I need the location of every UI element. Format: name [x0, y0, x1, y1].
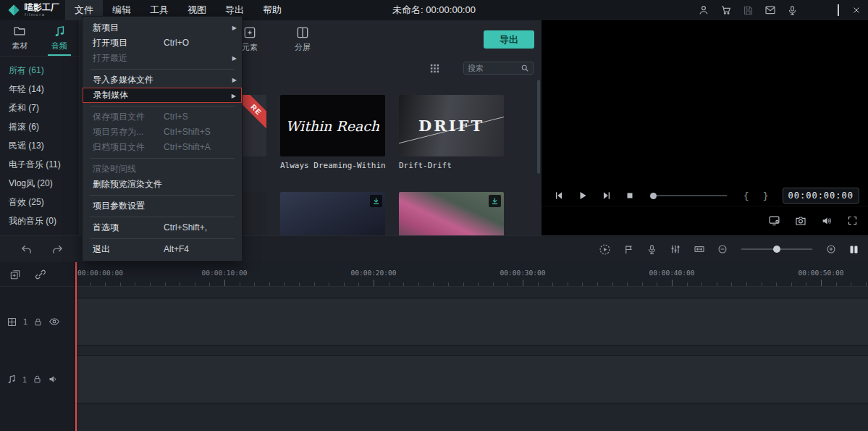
- tab-media-library[interactable]: 素材: [0, 20, 40, 56]
- zoom-in-icon[interactable]: [826, 244, 836, 254]
- media-item-thumbnail[interactable]: [280, 192, 385, 235]
- category-soft[interactable]: 柔和 (7): [0, 99, 79, 117]
- menu-separator: [90, 106, 235, 106]
- menu-item-exit[interactable]: 退出Alt+F4: [83, 242, 242, 257]
- media-scrollbar[interactable]: [537, 80, 540, 174]
- redo-icon[interactable]: [51, 243, 64, 256]
- media-item-thumbnail[interactable]: Within Reach: [280, 95, 385, 156]
- marker-flag-icon[interactable]: [623, 244, 634, 255]
- menu-item-save-as[interactable]: 项目另存为...Ctrl+Shift+S: [83, 125, 242, 140]
- menu-item-open-recent[interactable]: 打开最近▶: [83, 51, 242, 66]
- media-item-caption: Drift-Drift: [399, 161, 452, 170]
- thumbnail-title: Within Reach: [286, 118, 379, 134]
- timeline-ruler[interactable]: 00:00:00:00 00:00:10:00 00:00:20:00 00:0…: [75, 262, 868, 287]
- audio-track-lane[interactable]: [75, 355, 868, 403]
- search-input[interactable]: [468, 64, 518, 72]
- audio-mixer-icon[interactable]: [670, 243, 681, 255]
- menu-separator: [90, 158, 235, 159]
- app-title: 喵影工厂: [25, 3, 59, 12]
- previous-frame-icon[interactable]: [554, 191, 564, 201]
- render-preview-icon[interactable]: [599, 243, 611, 256]
- download-icon[interactable]: [370, 195, 382, 207]
- menu-help[interactable]: 帮助: [253, 0, 291, 20]
- app-logo-icon: [7, 4, 20, 17]
- menu-item-archive-project[interactable]: 归档项目文件Ctrl+Shift+A: [83, 140, 242, 155]
- eye-icon[interactable]: [49, 316, 60, 327]
- grid-view-icon[interactable]: [429, 63, 440, 74]
- category-my-music[interactable]: 我的音乐 (0): [0, 212, 79, 230]
- toolbar-tab-splitscreen[interactable]: 分屏: [285, 25, 320, 53]
- playhead[interactable]: [75, 262, 77, 431]
- stop-icon[interactable]: [625, 191, 634, 200]
- category-sfx[interactable]: 音效 (25): [0, 193, 79, 212]
- close-button[interactable]: [852, 6, 861, 14]
- fullscreen-icon[interactable]: [847, 215, 858, 226]
- zoom-slider-handle[interactable]: [773, 246, 780, 253]
- category-vlog[interactable]: Vlog风 (20): [0, 174, 79, 193]
- voiceover-mic-icon[interactable]: [646, 244, 657, 255]
- menu-item-preferences[interactable]: 首选项Ctrl+Shift+,: [83, 220, 242, 235]
- media-item-thumbnail[interactable]: [399, 192, 504, 235]
- seek-handle[interactable]: [650, 193, 657, 199]
- tab-audio-library[interactable]: 音频: [40, 20, 80, 56]
- video-track-header: 1: [0, 298, 75, 346]
- toolbar-tab-label: 分屏: [295, 42, 311, 53]
- menu-item-record-media[interactable]: 录制媒体▶: [83, 88, 242, 103]
- maximize-button[interactable]: [838, 5, 839, 15]
- manage-tracks-icon[interactable]: [9, 269, 21, 280]
- category-young[interactable]: 年轻 (14): [0, 80, 79, 99]
- ruler-label: 00:00:30:00: [500, 269, 546, 277]
- category-electronic[interactable]: 电子音乐 (11): [0, 155, 79, 174]
- category-rock[interactable]: 摇滚 (6): [0, 117, 79, 136]
- screen-record-icon[interactable]: [768, 214, 780, 227]
- ruler-label: 00:00:40:00: [649, 269, 695, 277]
- account-icon[interactable]: [698, 4, 709, 16]
- menu-item-new-project[interactable]: 新项目▶: [83, 20, 242, 35]
- menu-separator: [90, 238, 235, 239]
- mail-icon[interactable]: [764, 4, 776, 16]
- menu-item-project-settings[interactable]: 项目参数设置: [83, 198, 242, 214]
- speaker-icon[interactable]: [48, 374, 59, 385]
- zoom-out-icon[interactable]: [717, 244, 728, 254]
- media-item-caption: Always Dreaming-Within: [280, 161, 386, 170]
- menu-item-import-media[interactable]: 导入多媒体文件▶: [83, 72, 242, 88]
- undo-icon[interactable]: [20, 243, 33, 256]
- save-icon[interactable]: [743, 5, 754, 16]
- app-subtitle: filmora: [25, 12, 59, 17]
- preview-viewport: [542, 20, 868, 185]
- volume-icon[interactable]: [821, 215, 833, 227]
- link-icon[interactable]: [35, 269, 46, 280]
- export-button[interactable]: 导出: [484, 30, 534, 49]
- menu-item-open-project[interactable]: 打开项目Ctrl+O: [83, 35, 242, 51]
- mark-in-icon[interactable]: {: [743, 191, 749, 201]
- zoom-slider[interactable]: [741, 248, 812, 250]
- menu-separator: [90, 69, 235, 70]
- track-size-icon[interactable]: [694, 243, 705, 255]
- category-all[interactable]: 所有 (61): [0, 61, 79, 80]
- ruler-label: 00:00:00:00: [77, 269, 123, 277]
- play-icon[interactable]: [578, 191, 588, 201]
- download-icon[interactable]: [489, 195, 501, 207]
- folder-icon: [13, 25, 26, 38]
- lock-icon[interactable]: [33, 317, 43, 327]
- category-folk[interactable]: 民谣 (13): [0, 136, 79, 155]
- search-icon[interactable]: [521, 64, 529, 72]
- lock-icon[interactable]: [33, 374, 42, 384]
- ruler-label: 00:00:50:00: [799, 269, 844, 277]
- microphone-icon[interactable]: [787, 5, 798, 16]
- next-frame-icon[interactable]: [602, 191, 612, 201]
- media-item-thumbnail[interactable]: DRIFT: [399, 95, 504, 156]
- menu-item-delete-render-files[interactable]: 删除预览渲染文件: [83, 177, 242, 192]
- menu-item-render-timeline[interactable]: 渲染时间线: [83, 162, 242, 177]
- seek-bar[interactable]: [651, 195, 727, 196]
- menu-item-save-project[interactable]: 保存项目文件Ctrl+S: [83, 109, 242, 125]
- split-screen-icon: [295, 25, 310, 40]
- search-box: [463, 62, 534, 75]
- video-track-lane[interactable]: [75, 298, 868, 346]
- store-cart-icon[interactable]: [720, 4, 732, 16]
- mark-out-icon[interactable]: }: [763, 191, 769, 201]
- preview-panel: { } 00:00:00:00: [542, 20, 868, 235]
- snapshot-camera-icon[interactable]: [795, 215, 806, 227]
- submenu-arrow-icon: ▶: [232, 51, 237, 66]
- fit-timeline-icon[interactable]: [848, 244, 859, 255]
